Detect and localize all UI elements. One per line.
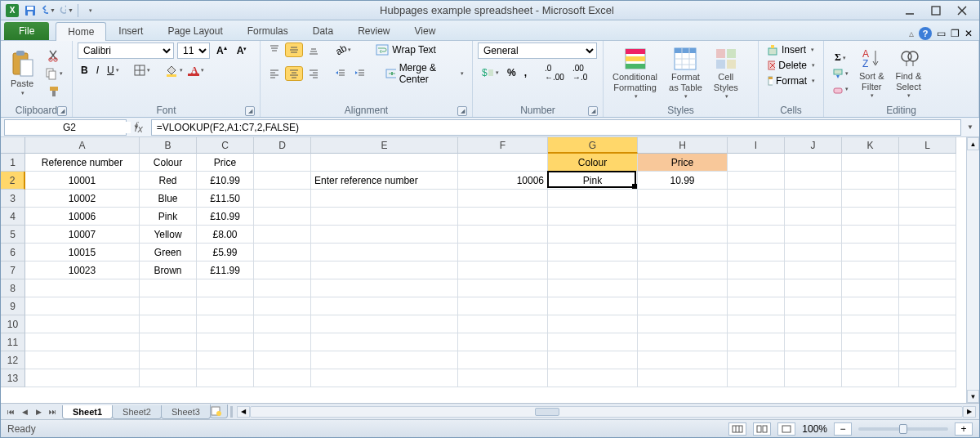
cell-C13[interactable] bbox=[197, 369, 254, 387]
cell-K12[interactable] bbox=[842, 351, 899, 369]
format-as-table-button[interactable]: Format as Table▾ bbox=[665, 44, 706, 101]
cell-H12[interactable] bbox=[638, 351, 728, 369]
cell-C9[interactable] bbox=[197, 297, 254, 315]
cell-I5[interactable] bbox=[728, 226, 785, 244]
horizontal-scrollbar[interactable]: ◀ ▶ bbox=[227, 406, 979, 418]
cell-A12[interactable] bbox=[25, 351, 140, 369]
mdi-close-button[interactable]: ✕ bbox=[964, 28, 973, 39]
zoom-thumb[interactable] bbox=[899, 424, 907, 434]
cell-G4[interactable] bbox=[548, 208, 638, 226]
cell-H7[interactable] bbox=[638, 261, 728, 279]
cell-A7[interactable]: 10023 bbox=[25, 261, 140, 279]
cell-J9[interactable] bbox=[785, 297, 842, 315]
percent-button[interactable]: % bbox=[504, 65, 519, 80]
cell-F2[interactable]: 10006 bbox=[458, 172, 548, 190]
font-size-select[interactable]: 11 bbox=[177, 42, 210, 59]
minimize-button[interactable] bbox=[901, 3, 919, 18]
cell-J10[interactable] bbox=[785, 315, 842, 333]
cell-K7[interactable] bbox=[842, 261, 899, 279]
cell-D3[interactable] bbox=[254, 190, 311, 208]
cell-C12[interactable] bbox=[197, 351, 254, 369]
tab-page-layout[interactable]: Page Layout bbox=[155, 21, 234, 40]
cell-L5[interactable] bbox=[899, 226, 956, 244]
cell-K4[interactable] bbox=[842, 208, 899, 226]
cell-J11[interactable] bbox=[785, 333, 842, 351]
cell-F4[interactable] bbox=[458, 208, 548, 226]
wrap-text-button[interactable]: Wrap Text bbox=[372, 42, 439, 57]
cell-I8[interactable] bbox=[728, 279, 785, 297]
cell-L10[interactable] bbox=[899, 315, 956, 333]
name-box-input[interactable] bbox=[8, 122, 131, 133]
sheet-tab-sheet3[interactable]: Sheet3 bbox=[161, 405, 211, 419]
cell-A13[interactable] bbox=[25, 369, 140, 387]
column-header-B[interactable]: B bbox=[140, 137, 197, 154]
cell-K1[interactable] bbox=[842, 154, 899, 172]
cell-A9[interactable] bbox=[25, 297, 140, 315]
cell-K11[interactable] bbox=[842, 333, 899, 351]
hscroll-track[interactable] bbox=[250, 406, 963, 418]
cell-I12[interactable] bbox=[728, 351, 785, 369]
cell-L11[interactable] bbox=[899, 333, 956, 351]
ribbon-minimize-button[interactable]: ▵ bbox=[909, 28, 914, 39]
cell-E10[interactable] bbox=[311, 315, 458, 333]
paste-button[interactable]: Paste▾ bbox=[6, 47, 38, 98]
cell-C1[interactable]: Price bbox=[197, 154, 254, 172]
scroll-right-button[interactable]: ▶ bbox=[963, 406, 976, 418]
cell-G7[interactable] bbox=[548, 261, 638, 279]
cell-J2[interactable] bbox=[785, 172, 842, 190]
cell-F7[interactable] bbox=[458, 261, 548, 279]
row-header-5[interactable]: 5 bbox=[1, 226, 25, 244]
clear-button[interactable]: ▾ bbox=[829, 82, 852, 96]
view-page-layout-button[interactable] bbox=[753, 422, 771, 436]
row-header-6[interactable]: 6 bbox=[1, 244, 25, 261]
cell-G10[interactable] bbox=[548, 315, 638, 333]
cell-A11[interactable] bbox=[25, 333, 140, 351]
cell-E6[interactable] bbox=[311, 244, 458, 261]
redo-button[interactable]: ▼ bbox=[58, 2, 74, 19]
cell-C4[interactable]: £10.99 bbox=[197, 208, 254, 226]
undo-button[interactable]: ▼ bbox=[40, 2, 56, 19]
cell-K2[interactable] bbox=[842, 172, 899, 190]
cell-F9[interactable] bbox=[458, 297, 548, 315]
column-header-I[interactable]: I bbox=[728, 137, 785, 154]
cell-B2[interactable]: Red bbox=[140, 172, 197, 190]
cell-L4[interactable] bbox=[899, 208, 956, 226]
tab-view[interactable]: View bbox=[403, 21, 448, 40]
cell-K6[interactable] bbox=[842, 244, 899, 261]
cut-button[interactable] bbox=[42, 47, 66, 64]
cell-B8[interactable] bbox=[140, 279, 197, 297]
cell-L12[interactable] bbox=[899, 351, 956, 369]
worksheet-grid[interactable]: ABCDEFGHIJKL 12345678910111213 Reference… bbox=[1, 137, 979, 403]
cell-D1[interactable] bbox=[254, 154, 311, 172]
select-all-corner[interactable] bbox=[1, 137, 25, 154]
cell-E9[interactable] bbox=[311, 297, 458, 315]
column-header-E[interactable]: E bbox=[311, 137, 458, 154]
decrease-font-button[interactable]: A▾ bbox=[234, 43, 251, 58]
cell-F1[interactable] bbox=[458, 154, 548, 172]
row-header-11[interactable]: 11 bbox=[1, 333, 25, 351]
cell-H8[interactable] bbox=[638, 279, 728, 297]
cell-L1[interactable] bbox=[899, 154, 956, 172]
cell-G5[interactable] bbox=[548, 226, 638, 244]
cell-D7[interactable] bbox=[254, 261, 311, 279]
cell-G3[interactable] bbox=[548, 190, 638, 208]
cell-D5[interactable] bbox=[254, 226, 311, 244]
cell-H3[interactable] bbox=[638, 190, 728, 208]
cell-H10[interactable] bbox=[638, 315, 728, 333]
cell-F6[interactable] bbox=[458, 244, 548, 261]
cell-D13[interactable] bbox=[254, 369, 311, 387]
save-button[interactable] bbox=[22, 2, 38, 19]
scroll-up-button[interactable]: ▲ bbox=[967, 137, 979, 150]
cell-B3[interactable]: Blue bbox=[140, 190, 197, 208]
maximize-button[interactable] bbox=[927, 3, 945, 18]
border-button[interactable]: ▾ bbox=[131, 63, 154, 78]
format-cells-button[interactable]: Format▾ bbox=[764, 74, 818, 88]
fx-icon[interactable]: fx bbox=[130, 119, 148, 135]
cell-C3[interactable]: £11.50 bbox=[197, 190, 254, 208]
align-left-button[interactable] bbox=[265, 66, 283, 81]
scroll-left-button[interactable]: ◀ bbox=[237, 406, 250, 418]
cell-L8[interactable] bbox=[899, 279, 956, 297]
cell-H2[interactable]: 10.99 bbox=[638, 172, 728, 190]
cell-D10[interactable] bbox=[254, 315, 311, 333]
cell-I4[interactable] bbox=[728, 208, 785, 226]
